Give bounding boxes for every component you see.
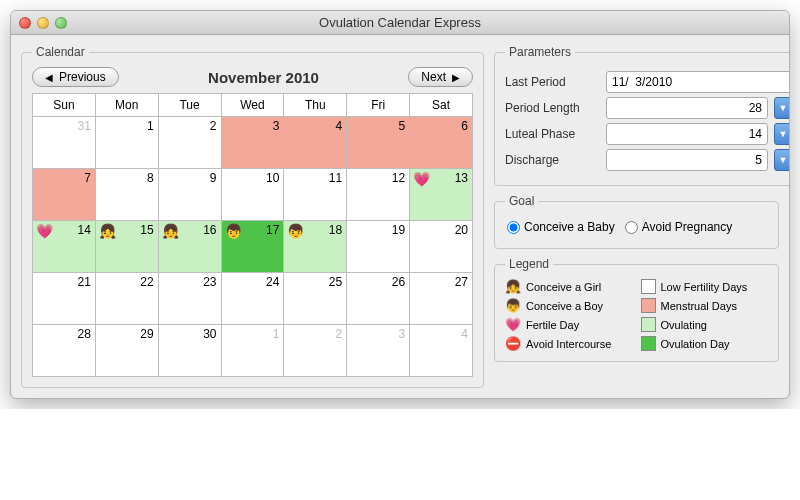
- day-number: 17: [266, 223, 279, 237]
- calendar-cell[interactable]: 9: [158, 169, 221, 221]
- chevron-right-icon: ▶: [452, 72, 460, 83]
- calendar-cell[interactable]: 25: [284, 273, 347, 325]
- day-number: 30: [203, 327, 216, 341]
- period-length-dropdown[interactable]: ▼: [774, 97, 790, 119]
- calendar-cell[interactable]: 1: [95, 117, 158, 169]
- weekday-header: Thu: [284, 94, 347, 117]
- discharge-dropdown[interactable]: ▼: [774, 149, 790, 171]
- calendar-cell[interactable]: 31: [33, 117, 96, 169]
- goal-conceive[interactable]: Conceive a Baby: [507, 220, 615, 234]
- calendar-cell[interactable]: 3: [347, 325, 410, 377]
- calendar-cell[interactable]: 24: [221, 273, 284, 325]
- discharge-label: Discharge: [505, 153, 600, 167]
- calendar-cell[interactable]: 5: [347, 117, 410, 169]
- weekday-header: Sat: [410, 94, 473, 117]
- calendar-cell[interactable]: 10: [221, 169, 284, 221]
- day-number: 25: [329, 275, 342, 289]
- calendar-cell[interactable]: 28: [33, 325, 96, 377]
- calendar-cell[interactable]: 17👦: [221, 221, 284, 273]
- goal-conceive-radio[interactable]: [507, 221, 520, 234]
- discharge-input[interactable]: [606, 149, 768, 171]
- calendar-cell[interactable]: 14💗: [33, 221, 96, 273]
- legend-legend: Legend: [505, 257, 553, 271]
- day-number: 14: [77, 223, 90, 237]
- goal-legend: Goal: [505, 194, 538, 208]
- day-number: 16: [203, 223, 216, 237]
- day-number: 31: [77, 119, 90, 133]
- weekday-header: Sun: [33, 94, 96, 117]
- day-number: 1: [273, 327, 280, 341]
- heart-icon: 💗: [36, 224, 53, 238]
- day-number: 13: [455, 171, 468, 185]
- day-number: 7: [84, 171, 91, 185]
- calendar-panel: Calendar ◀Previous November 2010 Next▶ S…: [21, 45, 484, 388]
- day-number: 4: [336, 119, 343, 133]
- month-label: November 2010: [208, 69, 319, 86]
- last-period-label: Last Period: [505, 75, 600, 89]
- day-number: 6: [461, 119, 468, 133]
- calendar-cell[interactable]: 3: [221, 117, 284, 169]
- calendar-legend: Calendar: [32, 45, 89, 59]
- calendar-cell[interactable]: 27: [410, 273, 473, 325]
- day-number: 29: [140, 327, 153, 341]
- calendar-cell[interactable]: 21: [33, 273, 96, 325]
- period-length-input[interactable]: [606, 97, 768, 119]
- weekday-header: Mon: [95, 94, 158, 117]
- day-number: 11: [329, 171, 342, 185]
- luteal-phase-label: Luteal Phase: [505, 127, 600, 141]
- goal-avoid[interactable]: Avoid Pregnancy: [625, 220, 733, 234]
- day-number: 2: [336, 327, 343, 341]
- girl-icon: 👧: [162, 224, 179, 238]
- day-number: 3: [273, 119, 280, 133]
- calendar-cell[interactable]: 13💗: [410, 169, 473, 221]
- day-number: 4: [461, 327, 468, 341]
- calendar-cell[interactable]: 30: [158, 325, 221, 377]
- calendar-cell[interactable]: 6: [410, 117, 473, 169]
- weekday-header: Wed: [221, 94, 284, 117]
- period-length-label: Period Length: [505, 101, 600, 115]
- calendar-cell[interactable]: 11: [284, 169, 347, 221]
- calendar-cell[interactable]: 2: [284, 325, 347, 377]
- luteal-phase-dropdown[interactable]: ▼: [774, 123, 790, 145]
- calendar-cell[interactable]: 18👦: [284, 221, 347, 273]
- heart-icon: 💗: [505, 317, 521, 332]
- day-number: 28: [77, 327, 90, 341]
- calendar-cell[interactable]: 7: [33, 169, 96, 221]
- calendar-cell[interactable]: 15👧: [95, 221, 158, 273]
- previous-button[interactable]: ◀Previous: [32, 67, 119, 87]
- boy-icon: 👦: [505, 298, 521, 313]
- next-button[interactable]: Next▶: [408, 67, 473, 87]
- day-number: 3: [398, 327, 405, 341]
- calendar-cell[interactable]: 29: [95, 325, 158, 377]
- calendar-cell[interactable]: 20: [410, 221, 473, 273]
- mens-swatch: [641, 298, 656, 313]
- calendar-cell[interactable]: 26: [347, 273, 410, 325]
- calendar-cell[interactable]: 23: [158, 273, 221, 325]
- day-number: 27: [455, 275, 468, 289]
- lowfert-swatch: [641, 279, 656, 294]
- parameters-panel: Parameters Last Period ▲▼ Period Length …: [494, 45, 790, 186]
- weekday-header: Fri: [347, 94, 410, 117]
- calendar-cell[interactable]: 16👧: [158, 221, 221, 273]
- titlebar: Ovulation Calendar Express: [11, 11, 789, 35]
- day-number: 19: [392, 223, 405, 237]
- calendar-cell[interactable]: 22: [95, 273, 158, 325]
- day-number: 10: [266, 171, 279, 185]
- last-period-input[interactable]: [606, 71, 790, 93]
- day-number: 12: [392, 171, 405, 185]
- day-number: 21: [77, 275, 90, 289]
- luteal-phase-input[interactable]: [606, 123, 768, 145]
- calendar-grid: SunMonTueWedThuFriSat 311234567891011121…: [32, 93, 473, 377]
- calendar-cell[interactable]: 8: [95, 169, 158, 221]
- calendar-cell[interactable]: 2: [158, 117, 221, 169]
- goal-avoid-radio[interactable]: [625, 221, 638, 234]
- calendar-cell[interactable]: 19: [347, 221, 410, 273]
- calendar-cell[interactable]: 1: [221, 325, 284, 377]
- app-window: Ovulation Calendar Express Calendar ◀Pre…: [10, 10, 790, 399]
- calendar-cell[interactable]: 4: [284, 117, 347, 169]
- day-number: 22: [140, 275, 153, 289]
- calendar-cell[interactable]: 12: [347, 169, 410, 221]
- calendar-cell[interactable]: 4: [410, 325, 473, 377]
- day-number: 9: [210, 171, 217, 185]
- chevron-left-icon: ◀: [45, 72, 53, 83]
